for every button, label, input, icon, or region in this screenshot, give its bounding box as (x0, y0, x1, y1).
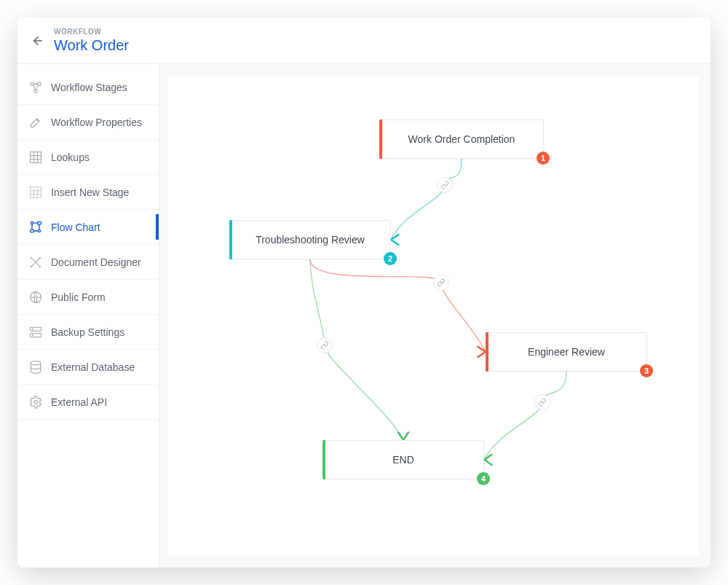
svg-rect-7 (38, 221, 41, 224)
breadcrumb: WORKFLOW (54, 28, 129, 36)
svg-point-15 (31, 361, 40, 364)
sidebar-item-workflow-properties[interactable]: Workflow Properties (17, 105, 159, 140)
flow-edge (484, 372, 566, 460)
sidebar-item-external-database[interactable]: External Database (17, 350, 159, 385)
database-icon (28, 359, 44, 375)
svg-point-16 (34, 400, 38, 404)
edge-link-handle[interactable] (317, 337, 333, 353)
edit-icon (28, 114, 44, 130)
gear-icon (28, 394, 44, 410)
sidebar-item-label: External Database (51, 361, 135, 373)
sidebar-item-label: Workflow Properties (51, 117, 142, 128)
svg-point-13 (32, 329, 33, 329)
page-header: WORKFLOW Work Order (17, 17, 711, 64)
sidebar-item-lookups[interactable]: Lookups (17, 140, 159, 175)
node-number-badge: 4 (477, 472, 490, 485)
sidebar-item-external-api[interactable]: External API (17, 385, 159, 420)
node-label: Engineer Review (486, 346, 646, 358)
sidebar-item-label: Flow Chart (51, 221, 100, 233)
flow-node-end[interactable]: END4 (323, 440, 484, 479)
flowchart-icon (28, 219, 44, 235)
sidebar-item-backup-settings[interactable]: Backup Settings (17, 315, 159, 350)
sidebar-item-label: Document Designer (51, 256, 141, 268)
svg-rect-8 (31, 229, 34, 232)
back-button[interactable] (28, 31, 48, 51)
link-icon (440, 181, 449, 189)
sidebar-item-label: Public Form (51, 291, 106, 303)
edge-link-handle[interactable] (433, 275, 449, 291)
arrowhead-icon (484, 455, 492, 465)
edge-link-handle[interactable] (534, 394, 550, 410)
sidebar-item-label: Workflow Stages (51, 82, 127, 93)
grid-faded-icon (28, 184, 44, 200)
svg-point-9 (38, 229, 40, 232)
sidebar-item-document-designer[interactable]: Document Designer (17, 245, 159, 280)
sidebar-item-label: Insert New Stage (51, 187, 129, 198)
node-label: Work Order Completion (380, 133, 543, 145)
flow-node-troubleshooting-review[interactable]: Troubleshooting Review2 (229, 220, 391, 259)
node-color-bar (323, 440, 325, 479)
arrowhead-icon (398, 433, 408, 441)
node-label: Troubleshooting Review (230, 234, 390, 246)
link-icon (538, 398, 547, 407)
flow-edge (391, 159, 462, 240)
sidebar-item-public-form[interactable]: Public Form (17, 280, 159, 315)
arrowhead-icon (478, 347, 486, 357)
link-icon (320, 341, 329, 350)
sidebar-item-label: Backup Settings (51, 326, 124, 338)
arrow-left-icon (31, 34, 44, 47)
edge-link-handle[interactable] (437, 177, 453, 193)
node-color-bar (229, 220, 232, 259)
svg-rect-5 (31, 187, 41, 197)
node-color-bar (486, 332, 488, 372)
sidebar-item-label: Lookups (51, 152, 90, 163)
nodes-icon (28, 79, 44, 95)
server-icon (28, 324, 44, 340)
node-number-badge: 3 (640, 364, 653, 377)
svg-point-6 (31, 221, 33, 224)
flow-edge (310, 259, 486, 352)
sidebar-item-workflow-stages[interactable]: Workflow Stages (17, 70, 159, 105)
flow-node-engineer-review[interactable]: Engineer Review3 (486, 332, 647, 372)
design-icon (28, 254, 44, 270)
node-label: END (323, 454, 483, 466)
page-title: Work Order (54, 37, 129, 54)
arrowhead-icon (391, 235, 399, 245)
flow-node-work-order-completion[interactable]: Work Order Completion1 (379, 119, 544, 159)
node-color-bar (379, 119, 382, 159)
flowchart-canvas[interactable]: Work Order Completion1Troubleshooting Re… (168, 76, 699, 556)
svg-point-3 (34, 89, 37, 92)
sidebar-item-flow-chart[interactable]: Flow Chart (17, 210, 159, 245)
svg-point-14 (32, 334, 33, 335)
globe-icon (28, 289, 44, 305)
node-number-badge: 2 (384, 252, 397, 265)
sidebar: Workflow Stages Workflow Properties Look… (17, 64, 159, 568)
grid-icon (28, 149, 44, 165)
sidebar-item-label: External API (51, 396, 107, 408)
link-icon (437, 278, 446, 287)
node-number-badge: 1 (537, 152, 550, 165)
svg-rect-4 (31, 152, 41, 162)
sidebar-item-insert-new-stage[interactable]: Insert New Stage (17, 175, 159, 210)
